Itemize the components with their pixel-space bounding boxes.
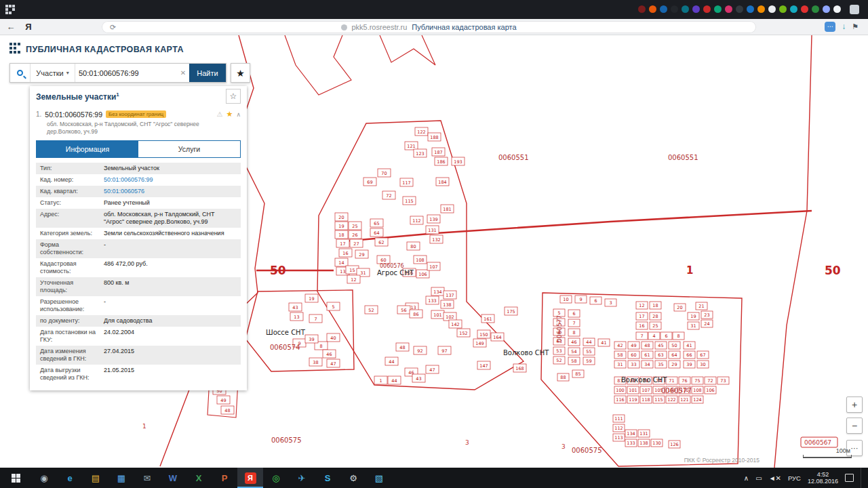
result-item[interactable]: 1. 50:01:0060576:99 Без координат границ… <box>30 106 247 138</box>
browser-toolbar: ← Я ⟳ pkk5.rosreestr.ru Публичная кадаст… <box>0 19 868 35</box>
svg-text:33: 33 <box>631 362 636 367</box>
active-tab-favicon-icon[interactable] <box>5 5 15 17</box>
parcel-cluster-volkovo[interactable]: 1096356374843464441535455525859888512182… <box>553 296 729 448</box>
taskbar-app[interactable]: ▧ <box>366 468 392 488</box>
taskbar-app[interactable]: S <box>315 468 340 488</box>
taskbar-app[interactable]: ✉ <box>134 468 160 488</box>
taskbar-app[interactable]: ✈ <box>289 468 315 488</box>
taskbar-app[interactable]: ◉ <box>31 468 57 488</box>
bookmarks-flag-icon[interactable]: ⚑ <box>852 22 859 32</box>
parcel-cluster-agros[interactable]: 1221881211231871861936970117184721151811… <box>335 127 526 384</box>
find-button[interactable]: Найти <box>189 64 226 82</box>
taskbar-app-icon: ◉ <box>40 473 47 483</box>
start-button[interactable] <box>0 468 31 488</box>
info-row: Дата выгрузки сведений из ГКН:21.05.2015 <box>36 365 241 384</box>
svg-text:7: 7 <box>572 321 575 326</box>
zoom-in-button[interactable]: + <box>846 396 863 413</box>
taskbar-app[interactable]: P <box>212 468 237 488</box>
svg-text:69: 69 <box>367 180 372 185</box>
svg-text:102: 102 <box>446 314 454 320</box>
warning-icon[interactable]: ⚠ <box>217 110 223 118</box>
info-row: по документу:Для садоводства <box>36 315 241 327</box>
svg-text:13: 13 <box>294 314 299 320</box>
taskbar-app[interactable]: ⚙ <box>340 468 366 488</box>
info-value-link[interactable]: 50:01:0060576 <box>102 186 241 197</box>
svg-text:55: 55 <box>586 349 591 354</box>
browser-favicon[interactable] <box>790 5 797 13</box>
search-input[interactable] <box>75 64 177 82</box>
browser-favicon[interactable] <box>779 5 787 13</box>
address-page-title: Публичная кадастровая карта <box>412 23 516 31</box>
svg-text:23: 23 <box>704 312 709 318</box>
browser-favicon[interactable] <box>703 5 711 13</box>
search-category-dropdown[interactable]: Участки ▾ <box>31 64 75 82</box>
browser-favicon[interactable] <box>638 5 646 13</box>
svg-text:71: 71 <box>669 378 674 384</box>
taskbar-app-icon: ▧ <box>375 473 383 483</box>
svg-text:65: 65 <box>374 221 379 226</box>
tab-services[interactable]: Услуги <box>138 141 240 157</box>
cadastral-parcels[interactable]: 1221881211231871861936970117184721151811… <box>213 127 729 448</box>
clear-search-icon[interactable]: ✕ <box>177 64 189 82</box>
info-label: Кад. номер: <box>36 174 102 186</box>
taskbar-app[interactable]: ▦ <box>108 468 134 488</box>
browser-favicon[interactable] <box>660 5 667 13</box>
svg-text:188: 188 <box>430 135 438 140</box>
search-icon[interactable] <box>10 64 31 82</box>
svg-text:168: 168 <box>515 366 524 371</box>
yandex-home-button[interactable]: Я <box>22 21 35 33</box>
zoom-out-button[interactable]: − <box>846 418 863 434</box>
downloads-icon[interactable]: ↓ <box>842 22 846 32</box>
taskbar-app[interactable]: e <box>57 468 83 488</box>
svg-text:108: 108 <box>693 388 701 393</box>
refresh-icon[interactable]: ⟳ <box>110 23 116 32</box>
clock[interactable]: 4:52 12.08.2016 <box>808 471 838 485</box>
address-bar[interactable]: ⟳ pkk5.rosreestr.ru Публичная кадастрова… <box>102 21 756 33</box>
action-center-icon[interactable] <box>845 474 854 482</box>
results-favorite-button[interactable]: ☆ <box>226 89 241 104</box>
back-button[interactable]: ← <box>4 21 18 33</box>
favorites-button[interactable]: ★ <box>231 63 250 83</box>
browser-favicon[interactable] <box>747 5 754 13</box>
browser-favicon[interactable] <box>692 5 700 13</box>
collapse-icon[interactable]: ∧ <box>236 111 241 118</box>
site-security-icon[interactable] <box>341 24 347 30</box>
browser-favicon[interactable] <box>812 5 819 13</box>
browser-favicon[interactable] <box>725 5 732 13</box>
browser-favicon[interactable] <box>671 5 678 13</box>
tab-information[interactable]: Информация <box>37 141 138 157</box>
svg-text:123: 123 <box>416 151 424 157</box>
browser-favicon[interactable] <box>768 5 776 13</box>
taskbar-app[interactable]: W <box>160 468 186 488</box>
browser-favicon[interactable] <box>823 5 830 13</box>
extensions-menu-icon[interactable]: ⋯ <box>825 22 835 32</box>
browser-favicon[interactable] <box>801 5 808 13</box>
browser-favicon[interactable] <box>649 5 656 13</box>
chevron-down-icon: ▾ <box>66 70 69 76</box>
taskbar-app-icon: Я <box>245 472 256 484</box>
scale-label: 100м <box>803 447 852 454</box>
show-desktop-button[interactable] <box>861 468 864 488</box>
display-icon[interactable]: ▭ <box>755 474 762 482</box>
info-value-link[interactable]: 50:01:0060576:99 <box>102 174 241 186</box>
svg-text:152: 152 <box>459 331 467 336</box>
taskbar-app[interactable]: ▤ <box>83 468 108 488</box>
tabs-panel-icon[interactable] <box>850 5 859 14</box>
tray-chevron-icon[interactable]: ∧ <box>744 474 749 482</box>
browser-favicon[interactable] <box>833 5 841 13</box>
taskbar-app[interactable]: ◎ <box>263 468 289 488</box>
star-icon[interactable]: ★ <box>226 110 233 119</box>
svg-text:107: 107 <box>429 264 437 270</box>
browser-favicon[interactable] <box>757 5 765 13</box>
language-indicator[interactable]: РУС <box>788 474 801 482</box>
browser-favicon[interactable] <box>682 5 689 13</box>
svg-text:142: 142 <box>451 322 459 327</box>
taskbar-app[interactable]: X <box>186 468 212 488</box>
browser-favicon[interactable] <box>736 5 743 13</box>
svg-text:49: 49 <box>631 343 636 348</box>
info-row: Дата постановки на ГКУ:24.02.2004 <box>36 327 241 346</box>
browser-favicon[interactable] <box>714 5 722 13</box>
svg-text:6: 6 <box>665 333 667 339</box>
volume-muted-icon[interactable]: ◄✕ <box>769 474 781 482</box>
taskbar-app[interactable]: Я <box>237 468 263 488</box>
